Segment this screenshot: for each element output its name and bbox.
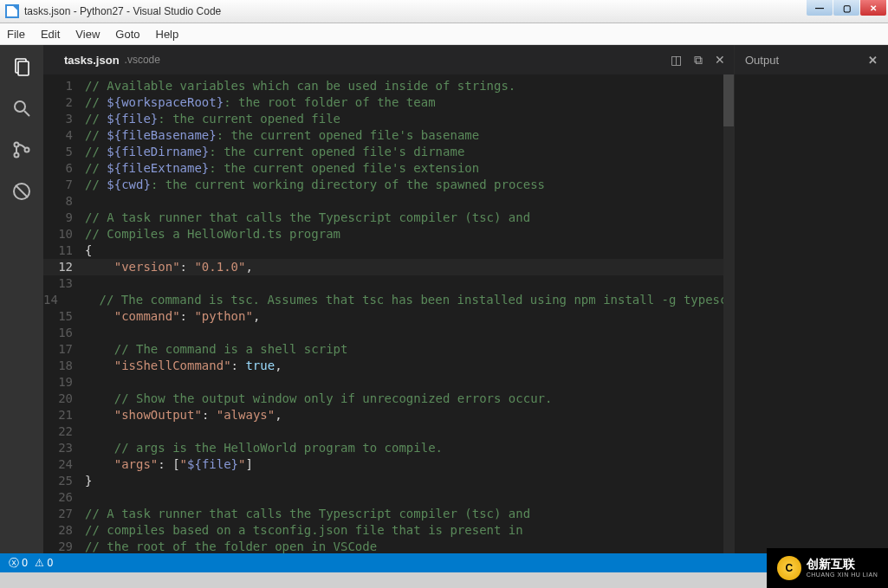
code-line[interactable]: 20 // Show the output window only if unr…	[43, 391, 734, 407]
code-content: // A task runner that calls the Typescri…	[85, 506, 530, 522]
more-icon[interactable]: ⧉	[694, 53, 703, 68]
code-line[interactable]: 5// ${fileDirname}: the current opened f…	[43, 144, 734, 160]
code-line[interactable]: 3// ${file}: the current opened file	[43, 111, 734, 127]
svg-rect-1	[18, 61, 29, 75]
line-number: 11	[43, 242, 85, 259]
code-line[interactable]: 16	[43, 325, 734, 341]
code-content: // ${workspaceRoot}: the root folder of …	[85, 94, 436, 111]
code-line[interactable]: 4// ${fileBasename}: the current opened …	[43, 127, 734, 144]
explorer-icon[interactable]	[10, 55, 33, 78]
status-bar: ⓧ 0 ⚠ 0 Ln 12, Col 24 UT	[0, 553, 888, 572]
close-tab-icon[interactable]: ✕	[715, 53, 725, 68]
code-content: "args": ["${file}"]	[85, 456, 253, 473]
warnings-badge[interactable]: ⚠ 0	[35, 557, 53, 569]
line-number: 23	[43, 440, 85, 456]
workspace: tasks.json .vscode ◫ ⧉ ✕ 1// Available v…	[0, 45, 888, 553]
window-title: tasks.json - Python27 - Visual Studio Co…	[24, 5, 221, 17]
code-line[interactable]: 2// ${workspaceRoot}: the root folder of…	[43, 94, 734, 111]
code-line[interactable]: 1// Available variables which can be use…	[43, 78, 734, 94]
line-number: 8	[43, 193, 85, 210]
svg-point-5	[15, 153, 19, 158]
tab-path: .vscode	[125, 54, 160, 66]
minimap[interactable]	[723, 74, 734, 553]
line-number: 29	[43, 539, 85, 553]
output-title: Output	[745, 54, 779, 67]
code-line[interactable]: 17 // The command is a shell script	[43, 341, 734, 358]
line-number: 6	[43, 160, 85, 177]
line-number: 18	[43, 358, 85, 374]
code-line[interactable]: 12 "version": "0.1.0",	[43, 259, 734, 275]
split-editor-icon[interactable]: ◫	[671, 53, 682, 68]
line-number: 28	[43, 522, 85, 539]
code-editor[interactable]: 1// Available variables which can be use…	[43, 74, 734, 553]
code-line[interactable]: 29// the root of the folder open in VSCo…	[43, 539, 734, 553]
code-content: "version": "0.1.0",	[85, 259, 253, 275]
line-number: 9	[43, 210, 85, 226]
maximize-button[interactable]: ▢	[833, 0, 859, 16]
menu-goto[interactable]: Goto	[115, 28, 139, 41]
line-number: 15	[43, 308, 85, 325]
code-line[interactable]: 14 // The command is tsc. Assumes that t…	[43, 292, 734, 308]
svg-point-6	[25, 148, 29, 152]
line-number: 10	[43, 226, 85, 242]
code-line[interactable]: 7// ${cwd}: the current working director…	[43, 177, 734, 193]
code-line[interactable]: 8	[43, 193, 734, 210]
code-line[interactable]: 23 // args is the HelloWorld program to …	[43, 440, 734, 456]
code-content: // Compiles a HelloWorld.ts program	[85, 226, 340, 242]
line-number: 25	[43, 473, 85, 489]
code-line[interactable]: 24 "args": ["${file}"]	[43, 456, 734, 473]
menu-file[interactable]: File	[7, 28, 25, 41]
errors-badge[interactable]: ⓧ 0	[9, 556, 28, 571]
code-line[interactable]: 6// ${fileExtname}: the current opened f…	[43, 160, 734, 177]
code-content: // The command is a shell script	[85, 341, 347, 358]
close-button[interactable]: ✕	[860, 0, 886, 16]
code-line[interactable]: 26	[43, 489, 734, 506]
code-line[interactable]: 9// A task runner that calls the Typescr…	[43, 210, 734, 226]
editor-region: tasks.json .vscode ◫ ⧉ ✕ 1// Available v…	[43, 45, 734, 553]
code-line[interactable]: 19	[43, 374, 734, 391]
code-line[interactable]: 13	[43, 275, 734, 292]
svg-point-2	[15, 101, 25, 112]
code-line[interactable]: 25}	[43, 473, 734, 489]
code-content: // ${fileDirname}: the current opened fi…	[85, 144, 464, 160]
activity-bar	[0, 45, 43, 553]
code-line[interactable]: 27// A task runner that calls the Typesc…	[43, 506, 734, 522]
code-line[interactable]: 28// compiles based on a tsconfig.json f…	[43, 522, 734, 539]
tab-filename[interactable]: tasks.json	[64, 54, 120, 67]
code-line[interactable]: 11{	[43, 242, 734, 259]
svg-line-8	[16, 185, 28, 197]
code-content: // ${cwd}: the current working directory…	[85, 177, 545, 193]
line-number: 2	[43, 94, 85, 111]
line-number: 21	[43, 407, 85, 423]
menu-view[interactable]: View	[75, 28, 100, 41]
menu-edit[interactable]: Edit	[41, 28, 60, 41]
search-icon[interactable]	[10, 97, 33, 120]
watermark-icon: C	[777, 556, 801, 580]
line-number: 1	[43, 78, 85, 94]
code-content: "isShellCommand": true,	[85, 358, 282, 374]
code-line[interactable]: 22	[43, 423, 734, 440]
line-number: 26	[43, 489, 85, 506]
code-line[interactable]: 15 "command": "python",	[43, 308, 734, 325]
vscode-icon	[5, 4, 19, 18]
debug-icon[interactable]	[10, 180, 33, 203]
code-content: "command": "python",	[85, 308, 260, 325]
window-controls: — ▢ ✕	[806, 0, 886, 16]
code-content: "showOutput": "always",	[85, 407, 282, 423]
menu-help[interactable]: Help	[156, 28, 179, 41]
line-number: 27	[43, 506, 85, 522]
line-number: 14	[43, 292, 70, 308]
output-panel: Output ✕	[734, 45, 888, 553]
code-content: // Show the output window only if unreco…	[85, 391, 552, 407]
code-content: // ${fileExtname}: the current opened fi…	[85, 160, 479, 177]
code-line[interactable]: 21 "showOutput": "always",	[43, 407, 734, 423]
close-output-icon[interactable]: ✕	[868, 54, 878, 67]
watermark-logo: C 创新互联 CHUANG XIN HU LIAN	[767, 548, 888, 588]
titlebar[interactable]: tasks.json - Python27 - Visual Studio Co…	[0, 0, 888, 23]
code-line[interactable]: 10// Compiles a HelloWorld.ts program	[43, 226, 734, 242]
svg-point-4	[15, 143, 19, 147]
source-control-icon[interactable]	[10, 139, 33, 161]
code-line[interactable]: 18 "isShellCommand": true,	[43, 358, 734, 374]
minimize-button[interactable]: —	[807, 0, 833, 16]
line-number: 7	[43, 177, 85, 193]
